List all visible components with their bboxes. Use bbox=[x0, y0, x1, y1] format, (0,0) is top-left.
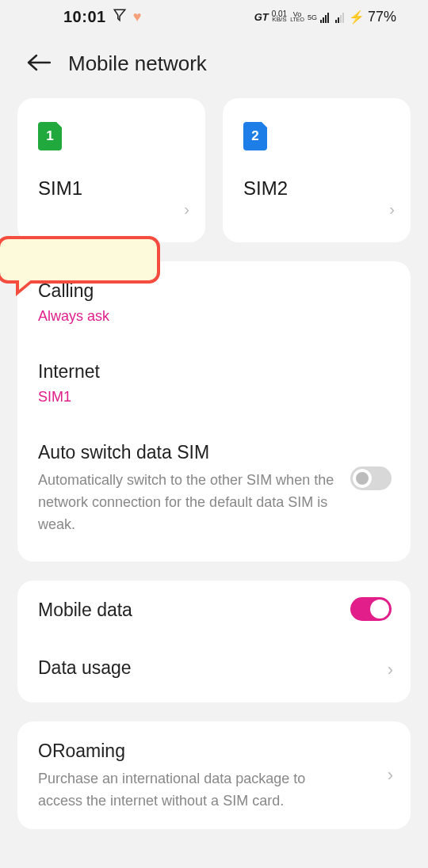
auto-switch-desc: Automatically switch to the other SIM wh… bbox=[38, 470, 390, 536]
5g-indicator: 5G bbox=[308, 13, 317, 21]
mobile-data-toggle[interactable] bbox=[350, 597, 392, 621]
tooltip-callout bbox=[0, 236, 160, 284]
chevron-right-icon: › bbox=[388, 765, 393, 786]
signal-icon-1 bbox=[320, 12, 329, 23]
chevron-right-icon: › bbox=[388, 660, 393, 680]
carrier-icon bbox=[113, 8, 127, 26]
volte-indicator: Vo LTEO bbox=[290, 12, 304, 22]
internet-row[interactable]: Internet SIM1 bbox=[17, 342, 411, 423]
auto-switch-title: Auto switch data SIM bbox=[38, 442, 390, 463]
status-time: 10:01 bbox=[63, 8, 106, 26]
data-card: Mobile data Data usage › bbox=[17, 581, 411, 702]
net-speed: 0.01 KB/S bbox=[272, 11, 287, 22]
roaming-card: ORoaming Purchase an international data … bbox=[17, 721, 411, 830]
internet-value: SIM1 bbox=[38, 389, 390, 405]
sim1-name: SIM1 bbox=[38, 177, 185, 200]
charging-icon: ⚡ bbox=[349, 10, 365, 25]
sim-card-1[interactable]: 1 SIM1 › bbox=[17, 98, 205, 242]
chevron-right-icon: › bbox=[389, 200, 395, 219]
sim2-name: SIM2 bbox=[243, 177, 390, 200]
sim-card-2[interactable]: 2 SIM2 › bbox=[223, 98, 411, 242]
data-usage-row[interactable]: Data usage › bbox=[17, 638, 411, 702]
health-icon: ♥ bbox=[133, 9, 142, 25]
mobile-data-row: Mobile data bbox=[17, 581, 411, 638]
sim1-badge-icon: 1 bbox=[38, 122, 62, 150]
calling-title: Calling bbox=[38, 280, 390, 302]
calling-value: Always ask bbox=[38, 308, 390, 325]
oroaming-title: ORoaming bbox=[38, 740, 390, 762]
auto-switch-toggle[interactable] bbox=[350, 466, 392, 490]
data-usage-title: Data usage bbox=[38, 657, 390, 679]
signal-icon-2 bbox=[335, 12, 344, 23]
auto-switch-row: Auto switch data SIM Automatically switc… bbox=[17, 423, 411, 562]
internet-title: Internet bbox=[38, 361, 390, 383]
battery-pct: 77% bbox=[368, 9, 396, 25]
sim2-badge-icon: 2 bbox=[243, 122, 267, 150]
defaults-card: Calling Always ask Internet SIM1 Auto sw… bbox=[17, 261, 411, 562]
mobile-data-title: Mobile data bbox=[38, 600, 390, 621]
page-header: Mobile network bbox=[0, 32, 428, 98]
oroaming-row[interactable]: ORoaming Purchase an international data … bbox=[17, 721, 411, 830]
status-bar: 10:01 ♥ GT 0.01 KB/S Vo LTEO 5G ⚡ 77% bbox=[0, 0, 428, 32]
gt-badge: GT bbox=[254, 11, 269, 23]
chevron-right-icon: › bbox=[184, 200, 189, 219]
page-title: Mobile network bbox=[68, 51, 207, 76]
back-icon[interactable] bbox=[27, 54, 51, 74]
oroaming-desc: Purchase an international data package t… bbox=[38, 768, 390, 813]
